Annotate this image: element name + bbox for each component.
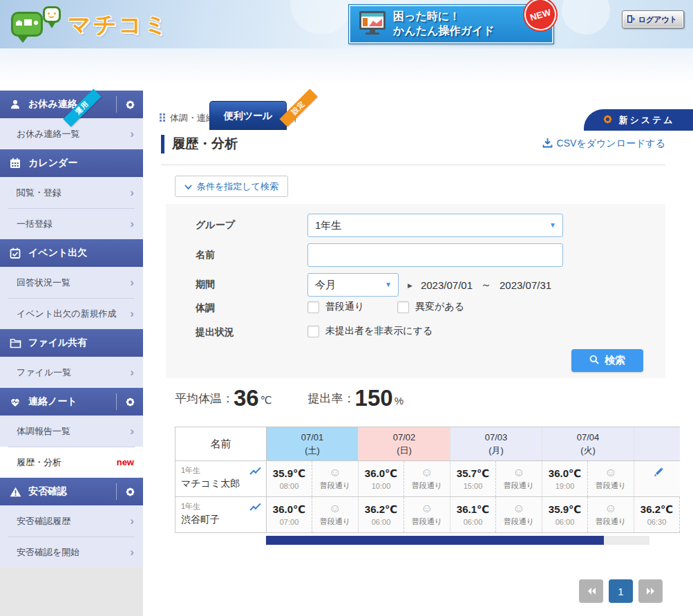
- period-separator: ～: [481, 279, 491, 292]
- group-select[interactable]: 1年生 ▼: [307, 214, 563, 237]
- pencil-edit-icon[interactable]: [654, 467, 664, 480]
- prev-page-button[interactable]: [579, 579, 603, 603]
- health-cell: 36.1℃06:00 ☺普段通り: [450, 497, 542, 532]
- sidebar-item-safety-history[interactable]: 安否確認履歴 ›: [0, 505, 143, 536]
- checkbox-hide-unsubmitted[interactable]: 未提出者を非表示にする: [307, 325, 433, 337]
- health-cell: 35.9℃08:00 ☺普段通り: [267, 461, 359, 496]
- sidebar-item-health-report-list[interactable]: 体調報告一覧 ›: [0, 416, 143, 447]
- health-cell: 36.0℃07:00 ☺普段通り: [267, 497, 359, 532]
- page-1-button[interactable]: 1: [609, 579, 633, 603]
- new-badge: NEW: [521, 0, 560, 34]
- next-page-button[interactable]: [638, 579, 663, 603]
- sidebar-section-contact-note[interactable]: 連絡ノート: [0, 388, 143, 416]
- scrollbar-thumb[interactable]: [266, 536, 604, 545]
- sidebar-item-file-list[interactable]: ファイル一覧 ›: [0, 357, 143, 388]
- machikomi-app: マチコミ 困った時に！ かんたん操作ガイド NEW: [0, 0, 693, 616]
- table-header-date-4: [634, 427, 680, 460]
- health-cell: 35.9℃06:00 ☺普段通り: [542, 497, 634, 532]
- smiley-icon: ☺: [605, 503, 616, 514]
- smiley-icon: ☺: [329, 503, 341, 514]
- chart-icon[interactable]: [249, 466, 261, 478]
- dropdown-arrow-icon: ▼: [549, 222, 556, 229]
- table-header-date-1: 07/02 (日): [359, 427, 450, 460]
- health-cell: 36.0℃10:00 ☺普段通り: [359, 461, 450, 496]
- new-system-button[interactable]: 新システム: [584, 109, 693, 131]
- chevron-right-icon: ›: [130, 514, 134, 528]
- health-cell: 36.2℃06:00 ☺普段通り: [359, 497, 450, 532]
- sidebar-item-history-analysis[interactable]: 履歴・分析 new: [0, 447, 143, 478]
- logo-speech-bubble-icon: [11, 6, 64, 44]
- chevron-right-icon: ›: [130, 127, 134, 141]
- summary-stats: 平均体温： 36 ℃ 提出率： 150 %: [175, 386, 404, 409]
- smiley-icon: ☺: [421, 467, 433, 478]
- contact-note-settings-gear-icon[interactable]: [116, 393, 136, 410]
- main-content: 体調・連絡ノート > 履歴・分析 履歴・分析 CSVをダウンロードする 条件を指…: [143, 91, 693, 616]
- absence-settings-gear-icon[interactable]: [116, 96, 136, 113]
- logo-text: マチコミ: [68, 10, 169, 41]
- csv-download-link[interactable]: CSVをダウンロードする: [542, 138, 665, 150]
- period-to-date: 2023/07/31: [500, 279, 551, 291]
- table-row: 1年生 マチコミ太郎 35.9℃08:00 ☺普段通り 36.0℃10:00 ☺…: [175, 460, 680, 496]
- horizontal-scrollbar[interactable]: [266, 536, 649, 545]
- checkbox-box[interactable]: [397, 301, 409, 313]
- folder-icon: [9, 338, 21, 348]
- search-button[interactable]: 検索: [571, 349, 643, 372]
- smiley-icon: ☺: [329, 467, 341, 478]
- guide-banner-text: 困った時に！ かんたん操作ガイド: [393, 10, 495, 39]
- door-icon: [627, 15, 636, 25]
- health-cell: 35.7℃15:00 ☺普段通り: [450, 461, 542, 496]
- checkbox-box[interactable]: [307, 326, 319, 337]
- chart-icon[interactable]: [249, 502, 261, 514]
- safety-check-settings-gear-icon[interactable]: [116, 483, 136, 500]
- submission-label: 提出状況: [196, 326, 234, 339]
- sidebar-section-safety-check[interactable]: 安否確認: [0, 478, 143, 505]
- tab-tools-active[interactable]: 便利ツール: [209, 101, 287, 130]
- health-cell: 36.0℃19:00 ☺普段通り: [542, 461, 634, 496]
- chevron-down-icon: [184, 181, 192, 192]
- warning-icon: [9, 487, 21, 497]
- student-name-cell: 1年生 渋谷町子: [175, 497, 267, 532]
- main-nav: TOP 運用 メール サイト 便利ツール 設定 グループ アンケート PLUS …: [0, 48, 693, 82]
- health-history-table: 名前 07/01 (土) 07/02 (日) 07/03 (月) 07/04: [175, 427, 680, 533]
- guide-banner-line1: 困った時に！: [393, 10, 495, 24]
- period-select[interactable]: 今月 ▼: [307, 273, 399, 297]
- download-icon: [542, 138, 553, 150]
- gear-icon: [602, 113, 614, 127]
- name-label: 名前: [196, 249, 215, 261]
- logout-button[interactable]: ログアウト: [622, 10, 684, 28]
- checkbox-abnormal[interactable]: 異変がある: [397, 301, 464, 313]
- smiley-icon: ☺: [513, 467, 524, 478]
- checkbox-normal[interactable]: 普段通り: [307, 301, 364, 313]
- checkbox-box[interactable]: [307, 301, 319, 313]
- machikomi-logo[interactable]: マチコミ: [11, 6, 169, 44]
- guide-banner-line2: かんたん操作ガイド: [393, 24, 495, 39]
- sidebar-section-calendar[interactable]: カレンダー: [0, 149, 143, 177]
- chevron-right-icon: ›: [130, 186, 134, 200]
- sidebar-item-response-status[interactable]: 回答状況一覧 ›: [0, 267, 143, 298]
- sidebar-section-file-share[interactable]: ファイル共有: [0, 329, 143, 357]
- name-input[interactable]: [307, 243, 563, 267]
- calendar-icon: [9, 158, 21, 169]
- chevron-right-icon: ›: [130, 307, 134, 321]
- person-icon: [9, 99, 21, 110]
- student-name-cell: 1年生 マチコミ太郎: [175, 461, 267, 496]
- help-guide-banner[interactable]: 困った時に！ かんたん操作ガイド NEW: [349, 5, 553, 44]
- chevron-right-icon: ›: [130, 217, 134, 231]
- header-decoration: [562, 0, 610, 35]
- period-from-date: 2023/07/01: [421, 279, 473, 291]
- sidebar-item-view-register[interactable]: 閲覧・登録 ›: [0, 177, 143, 208]
- sidebar-section-event-attendance[interactable]: イベント出欠: [0, 239, 143, 267]
- search-condition-toggle[interactable]: 条件を指定して検索: [175, 176, 288, 197]
- condition-label: 体調: [196, 302, 215, 315]
- sidebar-item-bulk-register[interactable]: 一括登録 ›: [0, 208, 143, 239]
- table-header-date-2: 07/03 (月): [450, 427, 542, 460]
- search-icon: [589, 355, 599, 366]
- pagination: 1: [579, 579, 663, 603]
- breadcrumb-grid-icon: [160, 113, 165, 124]
- table-header-row: 名前 07/01 (土) 07/02 (日) 07/03 (月) 07/04: [175, 427, 680, 460]
- sidebar-item-safety-start[interactable]: 安否確認を開始 ›: [0, 536, 143, 568]
- sidebar-item-event-create[interactable]: イベント出欠の新規作成 ›: [0, 298, 143, 329]
- header-decoration: [290, 0, 352, 35]
- logout-label: ログアウト: [638, 15, 677, 25]
- smiley-icon: ☺: [605, 467, 616, 478]
